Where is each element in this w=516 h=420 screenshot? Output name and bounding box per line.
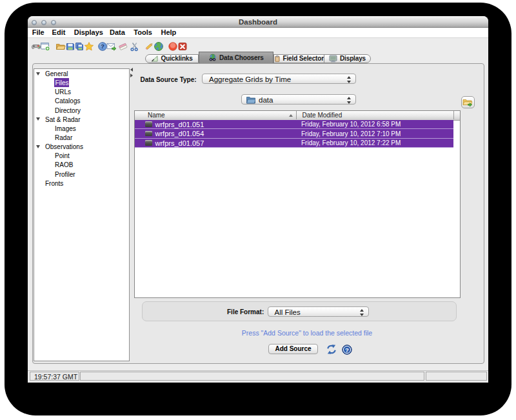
svg-text:?: ?: [345, 346, 349, 354]
svg-text:?: ?: [101, 43, 104, 50]
